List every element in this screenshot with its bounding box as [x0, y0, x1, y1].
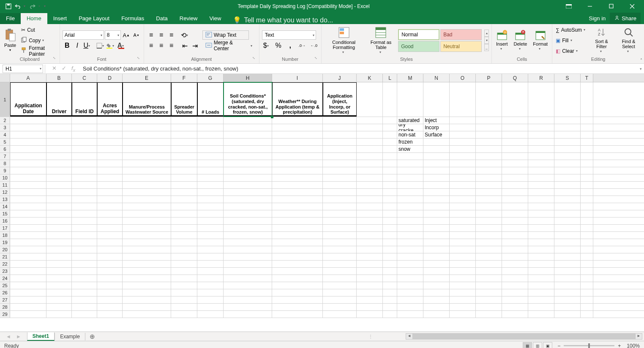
cell[interactable]: [323, 275, 357, 282]
cell[interactable]: [46, 124, 72, 131]
cell[interactable]: [97, 139, 123, 145]
page-layout-view-icon[interactable]: ▥: [533, 342, 542, 348]
zoom-out-icon[interactable]: −: [557, 343, 560, 348]
cell[interactable]: [10, 196, 46, 203]
cell[interactable]: Inject: [423, 117, 450, 124]
cell[interactable]: [450, 182, 476, 188]
cell[interactable]: [72, 261, 97, 267]
cell[interactable]: [383, 311, 397, 318]
cell[interactable]: [197, 289, 224, 296]
cell[interactable]: [423, 289, 450, 296]
clear-button[interactable]: ◧Clear▾: [555, 46, 587, 56]
increase-indent-icon[interactable]: ⇥: [191, 41, 200, 50]
cell[interactable]: [323, 261, 357, 267]
cell[interactable]: [123, 239, 171, 246]
cell[interactable]: [476, 296, 502, 303]
cell[interactable]: [224, 311, 272, 318]
cell[interactable]: [397, 189, 423, 196]
cell[interactable]: [224, 304, 272, 310]
cell[interactable]: [554, 174, 581, 181]
cell[interactable]: [97, 282, 123, 289]
cell[interactable]: [581, 311, 593, 318]
cell[interactable]: [10, 289, 46, 296]
cell[interactable]: [581, 174, 593, 181]
cell[interactable]: [171, 210, 197, 217]
cell[interactable]: [397, 153, 423, 160]
cell[interactable]: [272, 160, 323, 167]
cell[interactable]: [123, 275, 171, 282]
cell[interactable]: [423, 196, 450, 203]
cell[interactable]: [197, 218, 224, 224]
cell[interactable]: [450, 261, 476, 267]
cell[interactable]: Spreader Volume: [171, 82, 197, 117]
bold-icon[interactable]: B: [63, 41, 72, 50]
cell[interactable]: [72, 253, 97, 260]
cell[interactable]: [224, 167, 272, 174]
cell[interactable]: [46, 232, 72, 239]
cell[interactable]: [272, 225, 323, 231]
increase-font-icon[interactable]: A▲: [122, 30, 131, 40]
cell[interactable]: [323, 289, 357, 296]
cell[interactable]: [224, 218, 272, 224]
cell[interactable]: [97, 239, 123, 246]
style-normal[interactable]: Normal: [398, 29, 439, 40]
cell[interactable]: [46, 218, 72, 224]
cell[interactable]: [72, 218, 97, 224]
cell[interactable]: [528, 203, 554, 210]
cell[interactable]: [97, 311, 123, 318]
cell[interactable]: [502, 82, 528, 117]
cell[interactable]: [272, 296, 323, 303]
cell[interactable]: Weather** During Application (temp & pre…: [272, 82, 323, 117]
cell[interactable]: [123, 210, 171, 217]
cell[interactable]: [423, 182, 450, 188]
cell[interactable]: [554, 117, 581, 124]
cell[interactable]: [46, 189, 72, 196]
cell[interactable]: [554, 289, 581, 296]
cell[interactable]: [528, 239, 554, 246]
cell[interactable]: [46, 239, 72, 246]
cell[interactable]: [224, 189, 272, 196]
align-bottom-icon[interactable]: ≡: [167, 30, 176, 40]
cell[interactable]: [97, 160, 123, 167]
cell[interactable]: [423, 261, 450, 267]
cell[interactable]: [581, 275, 593, 282]
cell[interactable]: [272, 182, 323, 188]
cell[interactable]: [383, 167, 397, 174]
cell[interactable]: [197, 246, 224, 253]
cell[interactable]: [10, 275, 46, 282]
cell[interactable]: [97, 203, 123, 210]
cell[interactable]: [383, 196, 397, 203]
cell[interactable]: [502, 153, 528, 160]
merge-center-button[interactable]: Merge & Center▾: [202, 41, 257, 50]
cell[interactable]: [171, 124, 197, 131]
row-header[interactable]: 20: [0, 246, 10, 253]
cell[interactable]: [10, 117, 46, 124]
cell[interactable]: [502, 225, 528, 231]
cell[interactable]: [476, 289, 502, 296]
cell[interactable]: [323, 225, 357, 231]
page-break-view-icon[interactable]: ▣: [543, 342, 552, 348]
cell[interactable]: [383, 131, 397, 138]
cell[interactable]: [502, 189, 528, 196]
column-header[interactable]: B: [46, 74, 72, 82]
cell[interactable]: [323, 210, 357, 217]
cell[interactable]: [581, 196, 593, 203]
cell[interactable]: [97, 289, 123, 296]
cell[interactable]: [123, 311, 171, 318]
cell[interactable]: [123, 268, 171, 275]
column-header[interactable]: Q: [502, 74, 528, 82]
row-header[interactable]: 29: [0, 311, 10, 318]
cell[interactable]: [323, 167, 357, 174]
cell[interactable]: [476, 146, 502, 152]
cell[interactable]: [272, 246, 323, 253]
cell[interactable]: [554, 210, 581, 217]
format-as-table-button[interactable]: Format as Table▾: [366, 25, 396, 56]
cell[interactable]: [46, 174, 72, 181]
cell[interactable]: [528, 232, 554, 239]
row-header[interactable]: 5: [0, 139, 10, 145]
cell[interactable]: [272, 153, 323, 160]
cell[interactable]: [323, 239, 357, 246]
cell[interactable]: [171, 167, 197, 174]
cell[interactable]: [97, 124, 123, 131]
cell[interactable]: [357, 167, 383, 174]
